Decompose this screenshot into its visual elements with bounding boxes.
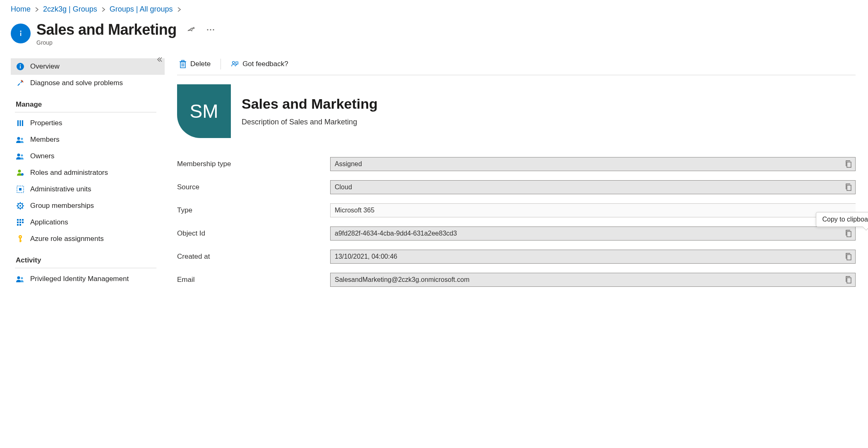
type-field: Microsoft 365 (330, 203, 856, 217)
membership-type-value: Assigned (335, 160, 362, 168)
svg-point-12 (17, 137, 20, 140)
breadcrumb-groups[interactable]: 2czk3g | Groups (43, 5, 97, 14)
sidebar-item-owners[interactable]: Owners (11, 148, 165, 164)
sidebar-item-label: Administrative units (30, 185, 91, 193)
sidebar-item-label: Azure role assignments (30, 235, 104, 243)
svg-rect-41 (20, 241, 22, 241)
source-field: Cloud (330, 180, 856, 194)
type-label: Type (177, 206, 330, 214)
breadcrumb-home[interactable]: Home (11, 5, 31, 14)
sidebar-item-label: Diagnose and solve problems (30, 79, 123, 87)
group-title: Sales and Marketing (242, 96, 378, 112)
page-subtitle: Group (36, 39, 215, 46)
sidebar-item-label: Members (30, 136, 60, 144)
source-value: Cloud (335, 183, 352, 191)
svg-rect-46 (182, 60, 184, 62)
people-icon (16, 275, 24, 283)
sidebar-section-manage: Manage (15, 91, 156, 112)
created-at-label: Created at (177, 253, 330, 261)
chevron-right-icon (177, 6, 181, 13)
separator (221, 59, 221, 69)
sidebar-item-label: Owners (30, 152, 55, 160)
email-label: Email (177, 276, 330, 284)
membership-type-field: Assigned (330, 157, 856, 171)
svg-rect-10 (20, 120, 21, 126)
chevron-right-icon (35, 6, 39, 13)
sidebar-item-group-memberships[interactable]: Group memberships (11, 198, 165, 214)
group-description: Description of Sales and Marketing (242, 118, 378, 126)
sidebar-item-label: Privileged Identity Management (30, 275, 129, 283)
delete-button-label: Delete (190, 60, 211, 68)
sidebar-item-members[interactable]: Members (11, 131, 165, 148)
content: Delete Got feedback? SM Sales and Market… (168, 58, 868, 296)
svg-rect-30 (17, 219, 19, 221)
sidebar-item-overview[interactable]: Overview (11, 58, 165, 75)
svg-point-13 (21, 138, 23, 140)
sidebar-item-admin-units[interactable]: Administrative units (11, 181, 165, 198)
svg-point-15 (21, 155, 23, 157)
group-avatar: SM (177, 84, 231, 138)
source-label: Source (177, 183, 330, 191)
created-at-value: 13/10/2021, 04:00:46 (335, 253, 397, 260)
feedback-button-label: Got feedback? (242, 60, 288, 68)
feedback-button[interactable]: Got feedback? (229, 58, 290, 70)
object-id-value: a9fd282f-4634-4cba-9dd4-631a2ee83cd3 (335, 230, 457, 237)
copy-button[interactable] (844, 183, 853, 191)
svg-point-4 (210, 29, 211, 30)
key-icon (16, 235, 24, 243)
object-id-label: Object Id (177, 229, 330, 238)
svg-line-27 (22, 208, 23, 209)
svg-point-8 (20, 64, 21, 65)
svg-rect-35 (22, 222, 24, 223)
info-icon (16, 62, 24, 71)
svg-rect-55 (847, 278, 851, 283)
sidebar-item-azure-role[interactable]: Azure role assignments (11, 231, 165, 247)
type-value: Microsoft 365 (335, 207, 374, 214)
sidebar-section-activity: Activity (15, 247, 156, 268)
more-button[interactable] (206, 29, 215, 31)
sidebar-item-roles[interactable]: Roles and administrators (11, 164, 165, 181)
sidebar-item-label: Properties (30, 119, 62, 127)
copy-button[interactable] (844, 276, 853, 284)
svg-rect-54 (847, 255, 851, 260)
svg-rect-9 (17, 120, 19, 126)
sidebar-item-label: Group memberships (30, 202, 94, 210)
email-value: SalesandMarketing@2czk3g.onmicrosoft.com (335, 276, 470, 284)
sidebar-item-diagnose[interactable]: Diagnose and solve problems (11, 75, 165, 91)
svg-point-50 (233, 62, 235, 64)
svg-point-14 (17, 154, 20, 157)
sidebar: Overview Diagnose and solve problems Man… (11, 58, 168, 287)
pin-button[interactable] (187, 26, 196, 34)
created-at-field: 13/10/2021, 04:00:46 (330, 250, 856, 264)
svg-rect-11 (22, 120, 23, 126)
sidebar-item-applications[interactable]: Applications (11, 214, 165, 231)
copy-button[interactable] (844, 253, 853, 261)
membership-type-label: Membership type (177, 160, 330, 168)
svg-rect-33 (17, 222, 19, 223)
svg-rect-51 (847, 162, 851, 167)
copy-tooltip-text: Copy to clipboard (822, 216, 868, 223)
sidebar-item-pim[interactable]: Privileged Identity Management (11, 271, 165, 287)
breadcrumb-all-groups[interactable]: Groups | All groups (110, 5, 173, 14)
svg-point-42 (17, 276, 20, 279)
gear-icon (16, 202, 24, 210)
copy-button[interactable] (844, 229, 853, 238)
svg-rect-19 (19, 188, 22, 191)
page-title: Sales and Marketing (36, 21, 177, 38)
copy-tooltip: Copy to clipboard (816, 212, 868, 227)
delete-button[interactable]: Delete (177, 58, 212, 70)
sidebar-item-properties[interactable]: Properties (11, 115, 165, 131)
applications-icon (16, 218, 24, 226)
svg-line-28 (22, 203, 23, 204)
collapse-sidebar-button[interactable] (156, 57, 163, 63)
svg-point-5 (213, 29, 214, 30)
svg-rect-40 (20, 238, 21, 242)
sidebar-item-label: Roles and administrators (30, 169, 108, 177)
sidebar-item-label: Applications (30, 218, 68, 226)
svg-rect-37 (19, 224, 21, 226)
group-initials: SM (190, 100, 218, 122)
tools-icon (16, 79, 24, 87)
svg-rect-32 (22, 219, 24, 221)
copy-button[interactable] (844, 160, 853, 168)
svg-rect-53 (847, 231, 851, 237)
